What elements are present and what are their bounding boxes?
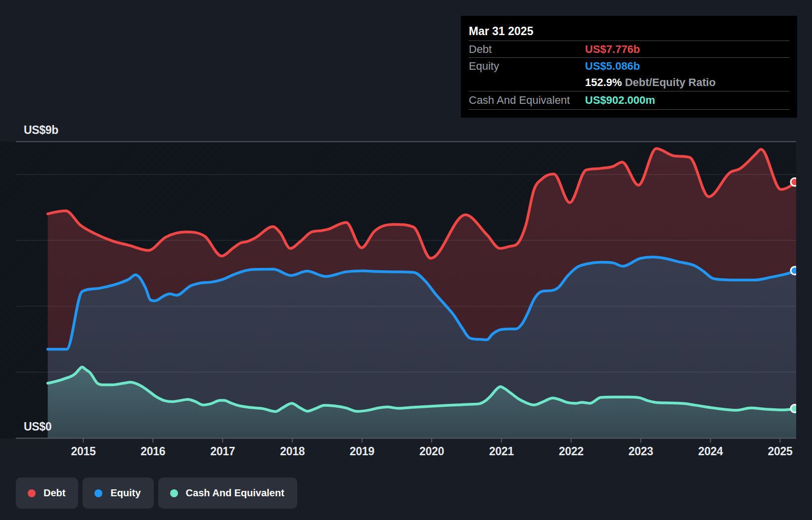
svg-text:2018: 2018 xyxy=(280,445,305,458)
svg-text:2016: 2016 xyxy=(140,445,165,458)
svg-text:2019: 2019 xyxy=(350,445,374,458)
svg-text:2023: 2023 xyxy=(629,445,653,458)
svg-text:US$0: US$0 xyxy=(24,420,51,433)
svg-text:2022: 2022 xyxy=(559,445,584,458)
svg-text:2024: 2024 xyxy=(698,445,723,458)
svg-text:2021: 2021 xyxy=(489,445,514,458)
svg-text:2015: 2015 xyxy=(71,445,95,458)
svg-text:2025: 2025 xyxy=(768,445,793,458)
svg-text:2020: 2020 xyxy=(419,445,444,458)
svg-text:2017: 2017 xyxy=(210,445,235,458)
svg-text:US$9b: US$9b xyxy=(24,124,58,136)
